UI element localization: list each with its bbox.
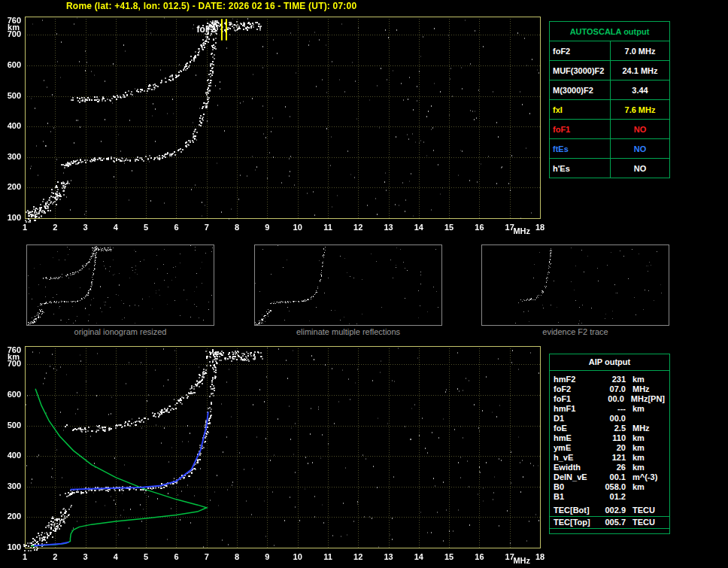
autoscala-output-title: AUTOSCALA output: [550, 22, 669, 41]
aip-unit: km: [632, 375, 645, 384]
param-label: foF1: [550, 120, 611, 138]
table-row: DelN_vE 00.1 m^(-3): [550, 472, 669, 482]
thumbnail-caption-f2: evidence F2 trace: [481, 327, 669, 336]
aip-unit: km: [632, 463, 645, 472]
autoscala-output-panel: AUTOSCALA output foF2 7.0 MHz MUF(3000)F…: [549, 21, 670, 178]
table-row: foF2 07.0 MHz: [550, 384, 669, 394]
aip-unit: TECU: [632, 505, 655, 516]
aip-param: B1: [554, 492, 600, 502]
aip-value: 20: [600, 443, 626, 453]
thumbnail-caption-original: original ionogram resized: [26, 327, 214, 336]
aip-unit: km: [632, 404, 645, 414]
aip-unit: MHz: [631, 394, 648, 404]
aip-value: 2.5: [600, 424, 626, 433]
table-row: foF1 00.0 MHz [PN]: [550, 394, 669, 404]
param-label: fxI: [550, 100, 611, 119]
aip-unit: m^(-3): [632, 472, 657, 482]
aip-param: hmF1: [554, 404, 600, 414]
table-row: M(3000)F2 3.44: [550, 80, 669, 99]
table-row: h'Es NO: [550, 158, 669, 178]
aip-value: 26: [600, 463, 626, 472]
thumbnail-caption-cleaned: eliminate multiple reflections: [254, 327, 442, 336]
aip-unit: km: [632, 482, 645, 492]
table-row: Ewidth 26 km: [550, 463, 669, 472]
aip-param: foF2: [554, 384, 600, 394]
param-value: 3.44: [611, 80, 669, 99]
bottom-ionogram-chart: [0, 340, 548, 568]
aip-param: TEC[Top]: [554, 517, 600, 528]
aip-param: hmF2: [554, 375, 600, 384]
table-row: foF2 7.0 MHz: [550, 41, 669, 60]
thumbnail-cleaned-canvas: [255, 245, 441, 325]
table-row: B0 058.0 km: [550, 482, 669, 492]
aip-value: 01.2: [600, 492, 626, 502]
aip-value: 231: [600, 375, 626, 384]
tec-top-row: TEC[Top] 005.7 TECU: [550, 517, 669, 529]
aip-output-title: AIP output: [550, 354, 669, 371]
param-label: foF2: [550, 41, 611, 60]
aip-value: ---: [600, 404, 626, 414]
table-row: h_vE 121 km: [550, 453, 669, 463]
aip-param: DelN_vE: [554, 472, 600, 482]
aip-unit: km: [632, 443, 645, 453]
thumbnail-f2-canvas: [482, 245, 669, 325]
thumbnail-f2-trace: [481, 245, 669, 326]
table-row: fxI 7.6 MHz: [550, 99, 669, 119]
param-value: 7.6 MHz: [611, 100, 669, 119]
page-title: Rome (lat: +41.8, lon: 012.5) - DATE: 20…: [66, 1, 356, 11]
param-label: M(3000)F2: [550, 80, 611, 99]
aip-param: TEC[Bot]: [554, 505, 600, 516]
table-row: D1 00.0: [550, 414, 669, 424]
table-row: B1 01.2: [550, 492, 669, 502]
table-row: ymE 20 km: [550, 443, 669, 453]
table-row: foE 2.5 MHz: [550, 424, 669, 433]
param-value: NO: [611, 139, 669, 158]
tec-bottom-row: TEC[Bot] 002.9 TECU: [550, 505, 669, 517]
param-label: h'Es: [550, 159, 611, 178]
param-label: MUF(3000)F2: [550, 61, 611, 80]
thumbnail-original-canvas: [27, 245, 214, 325]
table-row: hmF2 231 km: [550, 375, 669, 384]
aip-value: 005.7: [600, 517, 626, 528]
thumbnail-cleaned-ionogram: [254, 245, 442, 326]
aip-param: foF1: [554, 394, 599, 404]
aip-value: 058.0: [600, 482, 626, 492]
top-ionogram-chart: [0, 0, 548, 237]
aip-value: 00.0: [599, 394, 624, 404]
table-row: hmF1 --- km: [550, 404, 669, 414]
aip-unit: km: [632, 453, 645, 463]
table-row: hmE 110 km: [550, 433, 669, 443]
table-row: ftEs NO: [550, 138, 669, 158]
aip-output-panel: AIP output hmF2 231 km foF2 07.0 MHz foF…: [549, 354, 670, 534]
aip-value: 110: [600, 433, 626, 443]
aip-param: h_vE: [554, 453, 600, 463]
aip-unit: TECU: [632, 517, 655, 528]
aip-value: 00.1: [600, 472, 626, 482]
aip-unit: MHz: [632, 424, 650, 433]
aip-value: 121: [600, 453, 626, 463]
thumbnail-original-ionogram: [26, 245, 214, 326]
aip-param: D1: [554, 414, 600, 424]
table-row: foF1 NO: [550, 119, 669, 138]
aip-unit: MHz: [632, 384, 650, 394]
param-label: ftEs: [550, 139, 611, 158]
aip-param: ymE: [554, 443, 600, 453]
aip-param: hmE: [554, 433, 600, 443]
param-value: 24.1 MHz: [611, 61, 669, 80]
aip-value: 00.0: [600, 414, 626, 424]
aip-unit: km: [632, 433, 645, 443]
aip-note: [PN]: [648, 394, 666, 404]
aip-value: 07.0: [600, 384, 626, 394]
table-row: MUF(3000)F2 24.1 MHz: [550, 60, 669, 80]
aip-param: B0: [554, 482, 600, 492]
aip-param: foE: [554, 424, 600, 433]
param-value: NO: [611, 120, 669, 138]
param-value: 7.0 MHz: [611, 41, 669, 60]
aip-param: Ewidth: [554, 463, 600, 472]
aip-value: 002.9: [600, 505, 626, 516]
param-value: NO: [611, 159, 669, 178]
